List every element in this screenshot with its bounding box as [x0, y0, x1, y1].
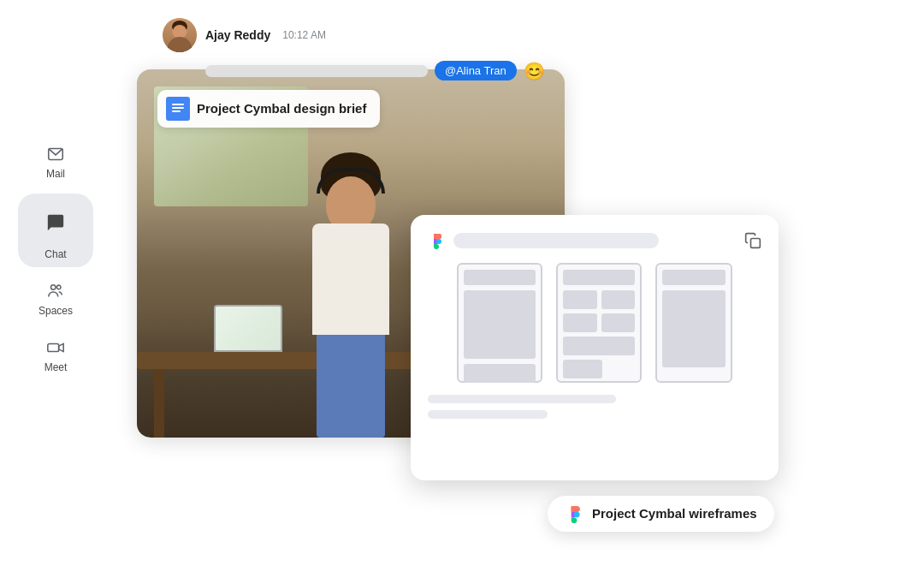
wf-header-1	[464, 270, 536, 285]
sidebar-item-spaces-label: Spaces	[38, 305, 73, 317]
figma-card-header	[428, 232, 761, 249]
wireframe-area	[428, 263, 761, 383]
chat-active-circle	[33, 200, 78, 245]
sidebar-item-spaces[interactable]: Spaces	[18, 274, 93, 324]
figma-logo-badge	[565, 504, 583, 523]
wf-row-1	[563, 290, 635, 309]
wf-row-2	[563, 313, 635, 332]
svg-point-12	[436, 239, 441, 244]
footer-line-1	[428, 395, 616, 403]
avatar-face	[163, 18, 197, 52]
svg-rect-13	[751, 238, 761, 247]
figma-card	[411, 215, 779, 480]
wf-block-sm-2	[601, 290, 636, 309]
laptop	[214, 305, 282, 352]
wf-content-tall	[662, 290, 726, 367]
sidebar-item-mail[interactable]: Mail	[18, 137, 93, 187]
figma-label-text: Project Cymbal wireframes	[592, 506, 757, 521]
avatar	[163, 18, 197, 52]
emoji: 😊	[524, 61, 545, 81]
wf-block-full-2	[563, 337, 635, 355]
main-content: Ajay Reddy 10:12 AM @Alina Tran 😊	[111, 18, 881, 549]
wf-block-sm-1	[563, 290, 597, 309]
sidebar-item-mail-label: Mail	[46, 168, 65, 180]
message-timestamp: 10:12 AM	[282, 29, 326, 41]
wf-header-2	[563, 270, 635, 285]
sidebar: Mail Chat Spa	[0, 0, 111, 566]
svg-marker-4	[59, 343, 64, 351]
laptop-screen	[216, 307, 281, 350]
sidebar-item-chat-label: Chat	[44, 248, 66, 260]
person-torso	[312, 223, 389, 335]
sidebar-item-meet-label: Meet	[44, 361, 68, 373]
meet-icon	[45, 337, 66, 358]
google-docs-icon	[166, 97, 190, 121]
person-legs	[317, 335, 385, 438]
sidebar-item-meet[interactable]: Meet	[18, 331, 93, 380]
doc-title: Project Cymbal design brief	[197, 101, 366, 116]
message-row: @Alina Tran 😊	[163, 61, 761, 81]
svg-rect-10	[172, 107, 184, 109]
svg-rect-11	[172, 110, 181, 112]
table-leg-left	[154, 369, 164, 438]
chat-area: Ajay Reddy 10:12 AM @Alina Tran 😊	[163, 18, 761, 81]
figma-label-badge: Project Cymbal wireframes	[548, 496, 774, 532]
wf-block-half-2	[563, 360, 602, 378]
person-body	[291, 181, 411, 438]
svg-point-7	[168, 39, 192, 52]
wireframe-frame-3	[655, 263, 732, 383]
copy-icon[interactable]	[744, 232, 761, 249]
figma-header-left	[428, 232, 659, 249]
page-wrapper: Mail Chat Spa	[0, 0, 924, 566]
wf-block-1	[464, 364, 536, 383]
wf-block-sm-4	[601, 313, 636, 332]
mention-tag[interactable]: @Alina Tran	[435, 61, 517, 80]
svg-rect-3	[48, 343, 59, 351]
wf-header-3	[662, 270, 726, 285]
mail-icon	[45, 144, 66, 164]
svg-rect-9	[172, 104, 184, 105]
sidebar-item-chat[interactable]: Chat	[18, 194, 93, 267]
wireframe-frame-2	[556, 263, 642, 383]
footer-line-2	[428, 410, 548, 419]
wf-block-sm-3	[563, 313, 597, 332]
svg-point-14	[574, 511, 580, 517]
sender-name: Ajay Reddy	[205, 28, 270, 42]
chat-icon	[45, 212, 66, 233]
doc-tag: Project Cymbal design brief	[157, 90, 380, 128]
message-header: Ajay Reddy 10:12 AM	[163, 18, 761, 52]
svg-point-2	[56, 285, 61, 289]
svg-point-6	[172, 21, 187, 33]
figma-card-footer	[428, 395, 761, 419]
spaces-icon	[45, 281, 66, 301]
wf-content-1	[464, 290, 536, 359]
figma-url-bar	[453, 233, 659, 248]
svg-point-1	[51, 285, 56, 290]
wireframe-frame-1	[457, 263, 542, 383]
message-text-placeholder	[205, 65, 428, 77]
figma-logo-small	[428, 232, 445, 249]
